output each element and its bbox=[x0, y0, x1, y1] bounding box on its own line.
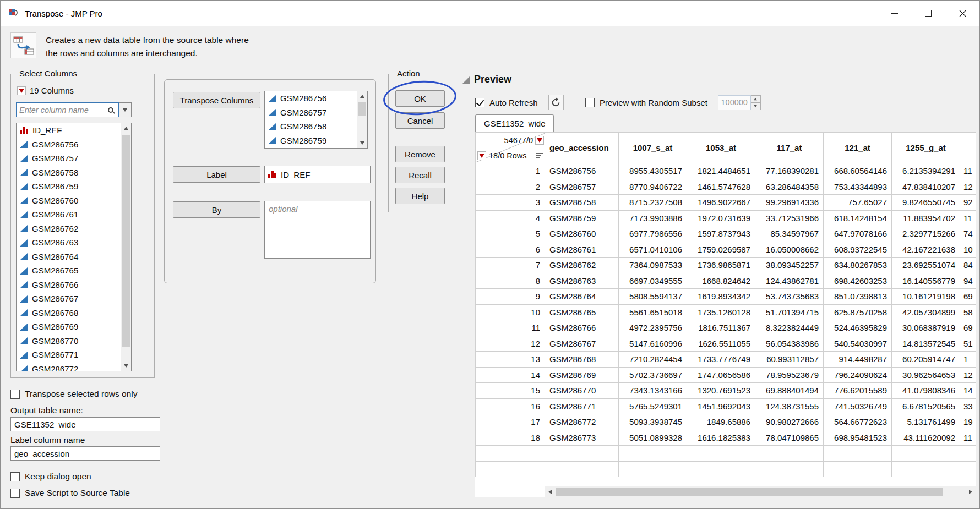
cell[interactable]: 6977.7986556 bbox=[619, 226, 687, 242]
cell[interactable]: GSM286773 bbox=[546, 430, 619, 446]
cell[interactable]: 92 bbox=[960, 195, 977, 211]
by-role-button[interactable]: By bbox=[173, 201, 260, 218]
cell[interactable]: 698.42603253 bbox=[824, 273, 892, 289]
scroll-thumb[interactable] bbox=[122, 135, 130, 347]
cell[interactable]: 5702.3736697 bbox=[619, 367, 687, 383]
cell[interactable]: 564.66772623 bbox=[824, 414, 892, 430]
cell[interactable]: 1597.8737943 bbox=[687, 226, 755, 242]
save-script-checkbox[interactable] bbox=[10, 489, 20, 498]
column-search-input[interactable]: Enter column name bbox=[16, 102, 119, 117]
cell[interactable]: 1733.7776749 bbox=[687, 352, 755, 368]
cell[interactable]: 1849.65886 bbox=[687, 414, 755, 430]
row-number[interactable]: 6 bbox=[476, 242, 546, 258]
cell[interactable]: 8.3223824449 bbox=[755, 320, 824, 336]
cell[interactable]: 7364.0987533 bbox=[619, 258, 687, 273]
search-filter-dropdown[interactable] bbox=[119, 102, 132, 117]
cell[interactable]: 5.131761499 bbox=[892, 414, 960, 430]
cell[interactable]: 1668.824642 bbox=[687, 273, 755, 289]
column-header[interactable]: 1007_s_at bbox=[619, 133, 687, 163]
cell[interactable]: 84 bbox=[960, 258, 977, 273]
cell[interactable]: GSM286762 bbox=[546, 258, 619, 273]
row-number[interactable]: 2 bbox=[476, 179, 546, 195]
scroll-down-arrow[interactable] bbox=[357, 138, 367, 148]
cell[interactable]: 11 bbox=[960, 430, 977, 446]
cell[interactable]: 99.296914336 bbox=[755, 195, 824, 211]
cell[interactable]: 1496.9022667 bbox=[687, 195, 755, 211]
cell[interactable]: 5808.5594137 bbox=[619, 289, 687, 305]
cell[interactable]: GSM286770 bbox=[546, 383, 619, 399]
row-number[interactable]: 1 bbox=[476, 163, 546, 179]
cell[interactable]: 69 bbox=[960, 320, 977, 336]
cell[interactable]: 1626.5511055 bbox=[687, 336, 755, 352]
cell[interactable]: 77.168390281 bbox=[755, 163, 824, 179]
subset-size-input[interactable]: 100000 bbox=[718, 95, 751, 110]
scroll-thumb[interactable] bbox=[358, 102, 366, 116]
cell[interactable]: 11.883954702 bbox=[892, 210, 960, 226]
cell[interactable]: 757.65027 bbox=[824, 195, 892, 211]
select-column-item[interactable]: GSM286762 bbox=[17, 222, 121, 236]
select-column-item[interactable]: GSM286760 bbox=[17, 194, 121, 208]
cell[interactable]: 647.97078166 bbox=[824, 226, 892, 242]
cell[interactable]: 1619.8934342 bbox=[687, 289, 755, 305]
cell[interactable]: 124.43862781 bbox=[755, 273, 824, 289]
keep-dialog-open-checkbox[interactable] bbox=[10, 472, 20, 481]
cell[interactable]: 851.07398813 bbox=[824, 289, 892, 305]
cell[interactable]: 6697.0349555 bbox=[619, 273, 687, 289]
columns-red-triangle-icon[interactable] bbox=[535, 136, 544, 145]
columns-menu-red-triangle-icon[interactable] bbox=[17, 86, 26, 95]
select-column-item[interactable]: GSM286757 bbox=[17, 151, 121, 166]
cast-column-item[interactable]: GSM286756 bbox=[265, 91, 357, 106]
cell[interactable]: 4972.2395756 bbox=[619, 320, 687, 336]
cell[interactable]: 42.167221638 bbox=[892, 242, 960, 258]
cell[interactable]: 1461.5747628 bbox=[687, 179, 755, 195]
cell[interactable]: 1816.7511367 bbox=[687, 320, 755, 336]
cancel-button[interactable]: Cancel bbox=[395, 112, 445, 129]
select-column-item[interactable]: GSM286761 bbox=[17, 207, 121, 222]
cell[interactable]: 58 bbox=[960, 304, 977, 320]
transpose-columns-button[interactable]: Transpose Columns bbox=[173, 92, 260, 108]
cell[interactable]: 5093.3938745 bbox=[619, 414, 687, 430]
cell[interactable]: 5051.0899328 bbox=[619, 430, 687, 446]
cell[interactable]: 30.068387919 bbox=[892, 320, 960, 336]
table-horizontal-scrollbar[interactable] bbox=[545, 486, 976, 497]
remove-button[interactable]: Remove bbox=[395, 146, 445, 162]
spin-down-button[interactable] bbox=[751, 103, 761, 110]
select-column-item[interactable]: ID_REF bbox=[17, 123, 121, 138]
cell[interactable]: 56.054383986 bbox=[755, 336, 824, 352]
cell[interactable]: 41.079808346 bbox=[892, 383, 960, 399]
cell[interactable]: 60.993112857 bbox=[755, 352, 824, 368]
cell[interactable]: 1972.0731639 bbox=[687, 210, 755, 226]
spin-up-button[interactable] bbox=[751, 95, 761, 103]
cell[interactable]: 53.743735683 bbox=[755, 289, 824, 305]
cast-list-scrollbar[interactable] bbox=[357, 91, 367, 148]
cell[interactable]: 12 bbox=[960, 179, 977, 195]
row-number[interactable]: 9 bbox=[476, 289, 546, 305]
cell[interactable]: 5147.6160996 bbox=[619, 336, 687, 352]
cell[interactable]: 540.54030997 bbox=[824, 336, 892, 352]
cell[interactable]: 78.047109865 bbox=[755, 430, 824, 446]
cell[interactable]: 63.286484358 bbox=[755, 179, 824, 195]
column-header[interactable]: 121_at bbox=[824, 133, 892, 163]
cell[interactable]: GSM286759 bbox=[546, 210, 619, 226]
cell[interactable]: 90.980272666 bbox=[755, 414, 824, 430]
cell[interactable]: 12 bbox=[960, 367, 977, 383]
cell[interactable]: GSM286771 bbox=[546, 398, 619, 414]
cell[interactable]: 60.205914747 bbox=[892, 352, 960, 368]
cell[interactable]: 698.95481523 bbox=[824, 430, 892, 446]
refresh-button[interactable] bbox=[548, 95, 564, 110]
cell[interactable]: GSM286766 bbox=[546, 320, 619, 336]
cell[interactable]: 753.43344893 bbox=[824, 179, 892, 195]
minimize-button[interactable] bbox=[877, 1, 911, 26]
cell[interactable]: 16.050008662 bbox=[755, 242, 824, 258]
cell[interactable]: 94 bbox=[960, 273, 977, 289]
cell[interactable]: 30.962564653 bbox=[892, 367, 960, 383]
cast-column-item[interactable]: GSM286759 bbox=[265, 134, 357, 148]
select-column-item[interactable]: GSM286770 bbox=[17, 334, 121, 348]
scroll-right-arrow[interactable] bbox=[966, 486, 976, 497]
row-number[interactable]: 15 bbox=[476, 383, 546, 399]
row-number[interactable]: 12 bbox=[476, 336, 546, 352]
cell[interactable]: 1735.1260128 bbox=[687, 304, 755, 320]
cell[interactable]: GSM286758 bbox=[546, 195, 619, 211]
cell[interactable]: GSM286763 bbox=[546, 273, 619, 289]
cell[interactable]: GSM286764 bbox=[546, 289, 619, 305]
